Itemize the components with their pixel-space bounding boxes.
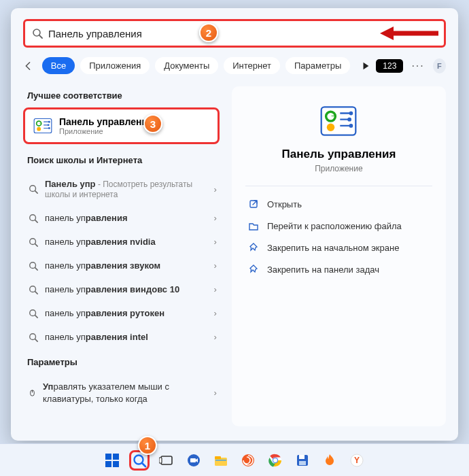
taskbar-app[interactable] — [211, 450, 231, 471]
suggestion-item[interactable]: панель управления рутокен › — [23, 301, 220, 325]
best-match-title: Панель управления — [59, 116, 153, 127]
search-icon — [29, 309, 38, 318]
suggestion-item[interactable]: Панель упр - Посмотреть результаты школы… — [23, 172, 220, 206]
chevron-right-icon: › — [214, 237, 217, 247]
back-icon[interactable] — [23, 60, 34, 72]
control-panel-icon — [33, 116, 52, 135]
section-best-match: Лучшее соответствие — [27, 90, 220, 101]
taskbar-app[interactable] — [319, 450, 340, 471]
search-bar[interactable] — [23, 19, 446, 48]
open-icon — [248, 199, 259, 209]
annotation-bullet-3: 3 — [143, 114, 162, 133]
badge-123[interactable]: 123 — [376, 59, 403, 73]
search-window: Все Приложения Документы Интернет Параме… — [11, 8, 458, 441]
windows-logo-icon — [105, 453, 120, 468]
action-open-location[interactable]: Перейти к расположению файла — [245, 215, 432, 237]
svg-rect-34 — [299, 455, 305, 459]
folder-icon — [248, 220, 259, 231]
chevron-right-icon: › — [214, 387, 217, 399]
search-icon — [132, 453, 147, 468]
action-pin-taskbar[interactable]: Закрепить на панели задач — [245, 258, 432, 280]
preview-subtitle: Приложение — [245, 164, 432, 173]
chevron-right-icon: › — [214, 308, 217, 318]
search-icon — [29, 184, 38, 194]
search-icon — [29, 214, 38, 223]
taskbar-app[interactable] — [184, 450, 204, 471]
divider — [245, 186, 432, 186]
user-avatar[interactable]: F — [433, 58, 446, 73]
best-match-subtitle: Приложение — [59, 127, 153, 135]
control-panel-icon — [319, 105, 358, 137]
explorer-icon — [213, 453, 228, 468]
taskview-icon — [159, 453, 174, 468]
pin-icon — [248, 264, 259, 275]
suggestion-item[interactable]: панель управления › — [23, 206, 220, 230]
start-button[interactable] — [102, 450, 122, 471]
spiral-icon — [241, 453, 256, 468]
taskbar-app[interactable] — [156, 450, 177, 471]
action-label: Перейти к расположению файла — [267, 221, 402, 231]
action-pin-start[interactable]: Закрепить на начальном экране — [245, 237, 432, 258]
preview-pane: Панель управления Приложение Открыть Пер… — [232, 86, 446, 426]
search-icon — [29, 237, 38, 247]
yandex-icon: Y — [349, 453, 364, 468]
tab-settings[interactable]: Параметры — [285, 57, 350, 74]
taskbar-app[interactable] — [265, 450, 285, 471]
preview-title: Панель управления — [245, 148, 432, 161]
search-icon — [29, 333, 38, 342]
tab-all[interactable]: Все — [42, 57, 75, 74]
section-web: Поиск школы и Интернета — [27, 155, 220, 165]
taskbar-app[interactable]: Y — [347, 450, 367, 471]
svg-rect-23 — [159, 458, 162, 463]
chevron-right-icon: › — [214, 332, 217, 342]
suggestion-item[interactable]: панель управления виндовс 10 › — [23, 277, 220, 301]
taskbar-app[interactable] — [238, 450, 258, 471]
svg-point-32 — [273, 458, 277, 462]
svg-marker-21 — [380, 27, 394, 40]
more-tabs-icon[interactable] — [361, 61, 370, 71]
suggestion-item[interactable]: панель управления звуком › — [23, 254, 220, 277]
chrome-icon — [268, 453, 283, 468]
chevron-right-icon: › — [214, 213, 217, 223]
search-icon — [32, 28, 43, 39]
overflow-menu[interactable]: ··· — [409, 60, 427, 72]
mouse-icon — [29, 388, 36, 398]
tab-web[interactable]: Интернет — [224, 57, 280, 74]
best-match-item[interactable]: Панель управления Приложение — [23, 107, 220, 144]
annotation-bullet-1: 1 — [138, 436, 157, 455]
camera-icon — [186, 453, 201, 468]
chevron-right-icon: › — [214, 184, 217, 194]
annotation-bullet-2: 2 — [199, 23, 218, 42]
tab-docs[interactable]: Документы — [155, 57, 218, 74]
filter-tabs: Все Приложения Документы Интернет Параме… — [23, 57, 446, 74]
section-settings: Параметры — [27, 357, 220, 367]
svg-rect-35 — [299, 461, 306, 465]
suggestion-item[interactable]: панель управления intel › — [23, 325, 220, 349]
action-open[interactable]: Открыть — [245, 193, 432, 215]
svg-rect-28 — [215, 460, 226, 461]
chevron-right-icon: › — [214, 260, 217, 271]
action-label: Закрепить на панели задач — [267, 265, 379, 275]
action-label: Закрепить на начальном экране — [267, 243, 400, 253]
flame-icon — [322, 453, 337, 468]
settings-item[interactable]: Управлять указателем мыши с клавиатуры, … — [23, 374, 220, 411]
svg-rect-25 — [190, 458, 196, 462]
taskbar: Y — [0, 443, 469, 476]
tab-apps[interactable]: Приложения — [80, 57, 150, 74]
search-icon — [29, 261, 38, 271]
svg-rect-22 — [161, 456, 172, 464]
search-icon — [29, 285, 38, 294]
svg-rect-27 — [215, 456, 221, 459]
action-label: Открыть — [267, 199, 302, 209]
save-icon — [295, 453, 310, 468]
suggestion-item[interactable]: панель управления nvidia › — [23, 230, 220, 254]
annotation-arrow — [379, 23, 440, 44]
taskbar-app[interactable] — [292, 450, 313, 471]
pin-icon — [248, 242, 259, 253]
svg-text:Y: Y — [354, 456, 360, 465]
results-pane: Лучшее соответствие Панель управления Пр… — [23, 86, 220, 426]
chevron-right-icon: › — [214, 284, 217, 294]
